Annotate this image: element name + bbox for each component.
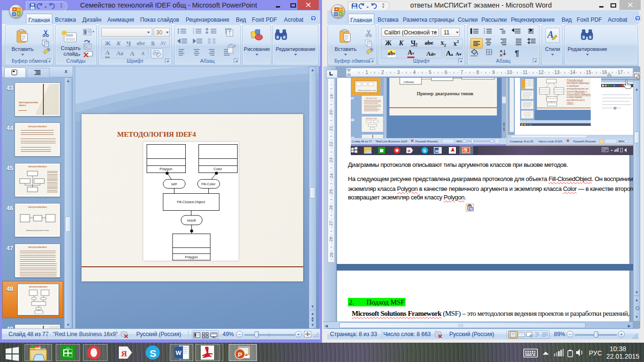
- svg-text:19: 19: [329, 94, 334, 99]
- svg-text:Я: Я: [500, 53, 503, 57]
- svg-text:МЕТОДОЛОГИЯ: МЕТОДОЛОГИЯ: [366, 118, 377, 120]
- svg-text:47: 47: [351, 97, 355, 100]
- svg-text:7: 7: [461, 70, 463, 75]
- svg-text:Число слов: 8 623: Число слов: 8 623: [538, 140, 562, 143]
- svg-text:Я: Я: [408, 149, 411, 153]
- svg-text:Русский (Россия): Русский (Россия): [415, 140, 438, 143]
- svg-text:3: 3: [397, 70, 400, 75]
- svg-text:А: А: [500, 49, 503, 53]
- svg-text:12: 12: [538, 70, 544, 75]
- svg-text:49%: 49%: [456, 140, 462, 143]
- svg-text:26: 26: [329, 205, 334, 210]
- svg-text:Я: Я: [121, 349, 127, 358]
- svg-text:Слайд 46 из 77: Слайд 46 из 77: [352, 140, 372, 143]
- svg-text:16: 16: [602, 70, 607, 75]
- svg-text:1: 1: [365, 70, 368, 75]
- svg-text:29: 29: [329, 253, 334, 258]
- svg-text:Color: Color: [214, 167, 222, 171]
- svg-text:Polygon: Polygon: [185, 255, 198, 259]
- svg-text:17: 17: [618, 70, 623, 75]
- svg-text:Аа: Аа: [154, 51, 158, 54]
- svg-text:Русский (Россия): Русский (Россия): [573, 140, 596, 143]
- svg-text:Fill-Color: Fill-Color: [201, 182, 216, 186]
- svg-text:РУС: РУС: [589, 349, 602, 357]
- svg-text:21: 21: [329, 126, 334, 131]
- svg-text:24: 24: [329, 173, 334, 179]
- svg-text:P: P: [238, 351, 242, 358]
- svg-text:МЕТОДОЛОГИЯ: МЕТОДОЛОГИЯ: [366, 98, 377, 99]
- svg-text:9: 9: [492, 70, 495, 75]
- svg-text:Пример диаграммы типов: Пример диаграммы типов: [358, 90, 376, 91]
- svg-text:Страница: 8 из 33: Страница: 8 из 33: [510, 140, 534, 143]
- svg-text:10: 10: [507, 70, 512, 75]
- svg-text:6: 6: [445, 70, 447, 75]
- svg-text:27: 27: [329, 221, 334, 226]
- svg-text:89%: 89%: [619, 140, 625, 143]
- svg-text:25: 25: [329, 189, 334, 194]
- svg-text:20: 20: [329, 110, 334, 115]
- svg-text:10:38: 10:38: [610, 345, 626, 353]
- svg-text:Fill-Closed-Object: Fill-Closed-Object: [177, 200, 206, 204]
- svg-text:48: 48: [351, 118, 355, 122]
- svg-text:28: 28: [329, 237, 334, 242]
- svg-text:S: S: [150, 348, 157, 359]
- svg-text:22.01.2015: 22.01.2015: [606, 353, 639, 360]
- svg-text:result: result: [187, 218, 196, 222]
- svg-text:Object.: Object.: [567, 101, 574, 104]
- svg-text:P: P: [464, 149, 466, 152]
- svg-text:Polygon: Polygon: [159, 167, 172, 171]
- svg-text:22: 22: [329, 142, 334, 147]
- svg-text:4: 4: [413, 70, 416, 75]
- svg-text:2: 2: [381, 70, 384, 75]
- svg-text:23: 23: [329, 157, 334, 163]
- svg-text:15: 15: [586, 70, 592, 75]
- svg-text:5: 5: [429, 70, 432, 75]
- svg-text:14: 14: [570, 70, 576, 75]
- svg-text:W: W: [176, 349, 182, 356]
- svg-text:11: 11: [523, 70, 528, 75]
- svg-text:"Red Line Business 16x9": "Red Line Business 16x9": [375, 140, 408, 143]
- svg-text:W: W: [435, 149, 439, 153]
- svg-text:Пример диаграммы типов: Пример диаграммы типов: [417, 91, 473, 96]
- svg-text:2-Wheeled: 2-Wheeled: [404, 81, 414, 83]
- svg-text:13: 13: [554, 70, 560, 75]
- svg-text:S: S: [423, 148, 426, 153]
- svg-text:¶: ¶: [515, 49, 519, 57]
- svg-text:self: self: [171, 182, 177, 186]
- svg-text:8: 8: [476, 70, 479, 75]
